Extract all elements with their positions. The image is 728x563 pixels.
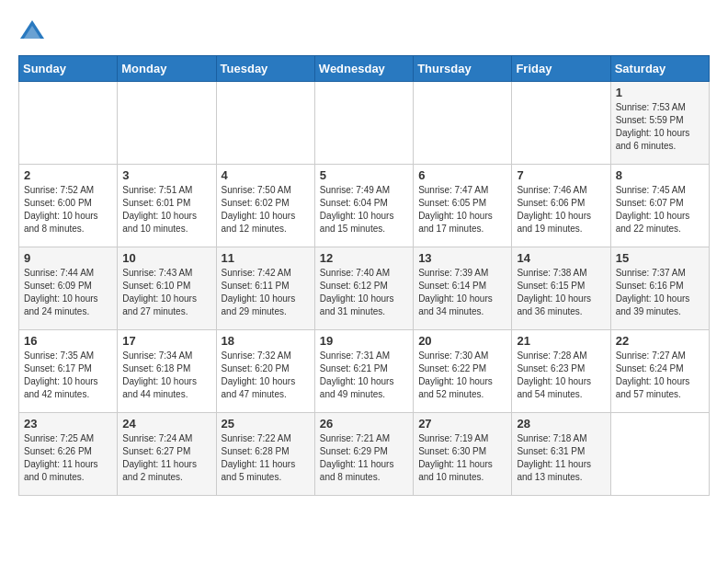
day-number: 18 xyxy=(222,334,310,348)
day-cell: 27Sunrise: 7:19 AM Sunset: 6:30 PM Dayli… xyxy=(414,413,512,496)
day-cell: 16Sunrise: 7:35 AM Sunset: 6:17 PM Dayli… xyxy=(19,330,118,413)
day-detail: Sunrise: 7:43 AM Sunset: 6:10 PM Dayligh… xyxy=(122,267,210,318)
logo-icon xyxy=(18,18,46,46)
day-number: 3 xyxy=(122,168,210,182)
day-detail: Sunrise: 7:52 AM Sunset: 6:00 PM Dayligh… xyxy=(24,184,112,236)
day-number: 19 xyxy=(320,334,408,348)
col-header-friday: Friday xyxy=(512,56,610,82)
week-row-3: 9Sunrise: 7:44 AM Sunset: 6:09 PM Daylig… xyxy=(19,247,710,330)
day-cell: 25Sunrise: 7:22 AM Sunset: 6:28 PM Dayli… xyxy=(216,413,314,496)
col-header-saturday: Saturday xyxy=(610,56,709,82)
day-number: 23 xyxy=(24,417,112,431)
day-number: 9 xyxy=(24,251,112,265)
day-cell: 9Sunrise: 7:44 AM Sunset: 6:09 PM Daylig… xyxy=(19,247,118,330)
day-number: 6 xyxy=(418,168,506,182)
day-detail: Sunrise: 7:28 AM Sunset: 6:23 PM Dayligh… xyxy=(517,350,605,401)
day-cell: 3Sunrise: 7:51 AM Sunset: 6:01 PM Daylig… xyxy=(118,165,216,247)
header-row: SundayMondayTuesdayWednesdayThursdayFrid… xyxy=(19,56,710,82)
logo xyxy=(18,18,50,46)
day-detail: Sunrise: 7:51 AM Sunset: 6:01 PM Dayligh… xyxy=(122,184,210,236)
day-detail: Sunrise: 7:18 AM Sunset: 6:31 PM Dayligh… xyxy=(517,432,605,484)
day-number: 26 xyxy=(320,417,408,431)
day-cell: 23Sunrise: 7:25 AM Sunset: 6:26 PM Dayli… xyxy=(19,413,118,496)
day-cell: 11Sunrise: 7:42 AM Sunset: 6:11 PM Dayli… xyxy=(216,247,314,330)
day-number: 17 xyxy=(122,334,210,348)
day-number: 25 xyxy=(222,417,310,431)
day-cell: 15Sunrise: 7:37 AM Sunset: 6:16 PM Dayli… xyxy=(610,247,709,330)
week-row-5: 23Sunrise: 7:25 AM Sunset: 6:26 PM Dayli… xyxy=(19,413,710,496)
day-number: 22 xyxy=(616,334,704,348)
day-cell xyxy=(512,82,610,165)
day-detail: Sunrise: 7:34 AM Sunset: 6:18 PM Dayligh… xyxy=(122,350,210,401)
day-detail: Sunrise: 7:44 AM Sunset: 6:09 PM Dayligh… xyxy=(24,267,112,318)
day-detail: Sunrise: 7:37 AM Sunset: 6:16 PM Dayligh… xyxy=(616,267,704,318)
page-header xyxy=(18,18,710,46)
day-cell xyxy=(216,82,314,165)
day-detail: Sunrise: 7:38 AM Sunset: 6:15 PM Dayligh… xyxy=(517,267,605,318)
week-row-2: 2Sunrise: 7:52 AM Sunset: 6:00 PM Daylig… xyxy=(19,165,710,247)
day-number: 14 xyxy=(517,251,605,265)
day-cell xyxy=(314,82,413,165)
day-cell: 10Sunrise: 7:43 AM Sunset: 6:10 PM Dayli… xyxy=(118,247,216,330)
col-header-tuesday: Tuesday xyxy=(216,56,314,82)
day-cell xyxy=(19,82,118,165)
day-detail: Sunrise: 7:19 AM Sunset: 6:30 PM Dayligh… xyxy=(418,432,506,484)
week-row-1: 1Sunrise: 7:53 AM Sunset: 5:59 PM Daylig… xyxy=(19,82,710,165)
day-cell xyxy=(118,82,216,165)
col-header-sunday: Sunday xyxy=(19,56,118,82)
day-cell: 2Sunrise: 7:52 AM Sunset: 6:00 PM Daylig… xyxy=(19,165,118,247)
day-detail: Sunrise: 7:30 AM Sunset: 6:22 PM Dayligh… xyxy=(418,350,506,401)
day-number: 8 xyxy=(616,168,704,182)
day-cell: 8Sunrise: 7:45 AM Sunset: 6:07 PM Daylig… xyxy=(610,165,709,247)
day-detail: Sunrise: 7:42 AM Sunset: 6:11 PM Dayligh… xyxy=(222,267,310,318)
day-number: 21 xyxy=(517,334,605,348)
day-cell: 24Sunrise: 7:24 AM Sunset: 6:27 PM Dayli… xyxy=(118,413,216,496)
day-cell: 6Sunrise: 7:47 AM Sunset: 6:05 PM Daylig… xyxy=(414,165,512,247)
day-number: 12 xyxy=(320,251,408,265)
day-detail: Sunrise: 7:45 AM Sunset: 6:07 PM Dayligh… xyxy=(616,184,704,236)
day-number: 15 xyxy=(616,251,704,265)
day-detail: Sunrise: 7:40 AM Sunset: 6:12 PM Dayligh… xyxy=(320,267,408,318)
day-cell: 18Sunrise: 7:32 AM Sunset: 6:20 PM Dayli… xyxy=(216,330,314,413)
day-number: 20 xyxy=(418,334,506,348)
day-number: 4 xyxy=(222,168,310,182)
col-header-wednesday: Wednesday xyxy=(314,56,413,82)
week-row-4: 16Sunrise: 7:35 AM Sunset: 6:17 PM Dayli… xyxy=(19,330,710,413)
day-detail: Sunrise: 7:24 AM Sunset: 6:27 PM Dayligh… xyxy=(122,432,210,484)
day-detail: Sunrise: 7:31 AM Sunset: 6:21 PM Dayligh… xyxy=(320,350,408,401)
calendar-table: SundayMondayTuesdayWednesdayThursdayFrid… xyxy=(18,55,710,496)
day-detail: Sunrise: 7:21 AM Sunset: 6:29 PM Dayligh… xyxy=(320,432,408,484)
day-cell: 13Sunrise: 7:39 AM Sunset: 6:14 PM Dayli… xyxy=(414,247,512,330)
day-detail: Sunrise: 7:22 AM Sunset: 6:28 PM Dayligh… xyxy=(222,432,310,484)
day-detail: Sunrise: 7:39 AM Sunset: 6:14 PM Dayligh… xyxy=(418,267,506,318)
day-detail: Sunrise: 7:27 AM Sunset: 6:24 PM Dayligh… xyxy=(616,350,704,401)
day-number: 16 xyxy=(24,334,112,348)
day-detail: Sunrise: 7:35 AM Sunset: 6:17 PM Dayligh… xyxy=(24,350,112,401)
day-cell: 20Sunrise: 7:30 AM Sunset: 6:22 PM Dayli… xyxy=(414,330,512,413)
day-number: 10 xyxy=(122,251,210,265)
day-cell: 17Sunrise: 7:34 AM Sunset: 6:18 PM Dayli… xyxy=(118,330,216,413)
day-number: 5 xyxy=(320,168,408,182)
day-cell xyxy=(610,413,709,496)
day-detail: Sunrise: 7:32 AM Sunset: 6:20 PM Dayligh… xyxy=(222,350,310,401)
day-cell xyxy=(414,82,512,165)
day-detail: Sunrise: 7:25 AM Sunset: 6:26 PM Dayligh… xyxy=(24,432,112,484)
day-number: 2 xyxy=(24,168,112,182)
day-cell: 4Sunrise: 7:50 AM Sunset: 6:02 PM Daylig… xyxy=(216,165,314,247)
day-detail: Sunrise: 7:50 AM Sunset: 6:02 PM Dayligh… xyxy=(222,184,310,236)
day-detail: Sunrise: 7:47 AM Sunset: 6:05 PM Dayligh… xyxy=(418,184,506,236)
day-detail: Sunrise: 7:46 AM Sunset: 6:06 PM Dayligh… xyxy=(517,184,605,236)
day-number: 27 xyxy=(418,417,506,431)
day-cell: 26Sunrise: 7:21 AM Sunset: 6:29 PM Dayli… xyxy=(314,413,413,496)
day-cell: 14Sunrise: 7:38 AM Sunset: 6:15 PM Dayli… xyxy=(512,247,610,330)
day-number: 13 xyxy=(418,251,506,265)
day-cell: 12Sunrise: 7:40 AM Sunset: 6:12 PM Dayli… xyxy=(314,247,413,330)
day-cell: 5Sunrise: 7:49 AM Sunset: 6:04 PM Daylig… xyxy=(314,165,413,247)
day-number: 24 xyxy=(122,417,210,431)
day-cell: 1Sunrise: 7:53 AM Sunset: 5:59 PM Daylig… xyxy=(610,82,709,165)
day-number: 28 xyxy=(517,417,605,431)
day-cell: 22Sunrise: 7:27 AM Sunset: 6:24 PM Dayli… xyxy=(610,330,709,413)
day-number: 7 xyxy=(517,168,605,182)
day-number: 11 xyxy=(222,251,310,265)
day-detail: Sunrise: 7:49 AM Sunset: 6:04 PM Dayligh… xyxy=(320,184,408,236)
